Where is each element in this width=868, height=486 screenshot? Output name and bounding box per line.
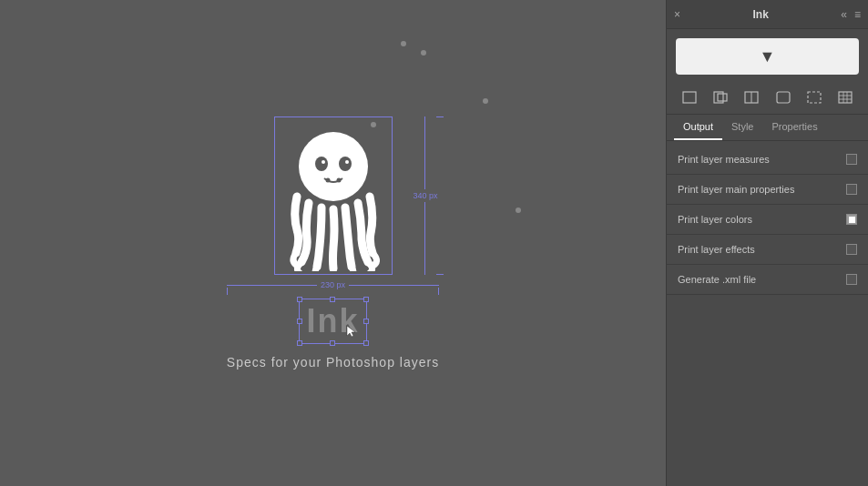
layer-dash-icon[interactable]: [803, 89, 825, 108]
collapse-icon[interactable]: «: [841, 9, 847, 20]
option-checkbox-effects[interactable]: [846, 244, 857, 255]
svg-rect-7: [683, 92, 696, 103]
layer-full-icon[interactable]: [679, 89, 700, 108]
option-row-colors: Print layer colors: [667, 205, 868, 235]
tab-output[interactable]: Output: [674, 115, 722, 140]
svg-rect-9: [718, 94, 727, 101]
handle-top-right: [363, 297, 369, 302]
tab-properties[interactable]: Properties: [763, 115, 827, 140]
svg-rect-12: [777, 92, 790, 103]
artwork-inner: 340 px: [274, 116, 393, 275]
octopus-illustration: [274, 116, 393, 271]
svg-point-4: [345, 160, 349, 164]
handle-top-left: [297, 297, 302, 302]
svg-point-0: [299, 132, 368, 201]
option-checkbox-xml[interactable]: [846, 274, 857, 285]
layer-split-icon[interactable]: [740, 89, 762, 108]
svg-point-1: [315, 157, 328, 171]
color-picker-area: ▼: [667, 29, 868, 84]
svg-point-6: [336, 178, 341, 183]
measure-tick: [436, 274, 444, 275]
color-input-box[interactable]: ▼: [676, 38, 859, 75]
decorative-dot: [483, 98, 488, 104]
handle-bottom-left: [297, 340, 302, 346]
option-row-measures: Print layer measures: [667, 145, 868, 175]
tabs-bar: Output Style Properties: [667, 115, 868, 141]
svg-point-2: [339, 157, 352, 171]
decorative-dot: [401, 41, 406, 46]
titlebar-left-icons: ×: [674, 9, 680, 20]
layer-corner-icon[interactable]: [772, 89, 794, 108]
artwork-container: 340 px 230 px: [227, 116, 439, 370]
handle-mid-left: [297, 319, 302, 324]
measure-width-label: 230 px: [317, 278, 349, 291]
icon-toolbar: [667, 84, 868, 115]
options-list: Print layer measures Print layer main pr…: [667, 141, 868, 486]
measure-tick: [436, 116, 444, 117]
option-row-main-properties: Print layer main properties: [667, 175, 868, 205]
close-icon[interactable]: ×: [674, 9, 680, 20]
handle-bottom-right: [363, 340, 369, 346]
tagline: Specs for your Photoshop layers: [227, 355, 439, 370]
svg-point-3: [322, 160, 325, 164]
panel-title: Ink: [752, 8, 768, 21]
decorative-dot: [421, 50, 426, 56]
option-checkbox-main-properties[interactable]: [846, 184, 857, 195]
option-label-effects: Print layer effects: [678, 244, 755, 255]
option-row-xml: Generate .xml file: [667, 265, 868, 295]
svg-rect-14: [839, 92, 852, 103]
titlebar-right-icons: « ≡: [841, 9, 861, 20]
panel-titlebar: × Ink « ≡: [667, 0, 868, 29]
svg-rect-13: [808, 92, 821, 103]
panel: × Ink « ≡ ▼ Outpu: [666, 0, 868, 486]
svg-point-5: [325, 178, 330, 183]
handle-mid-right: [363, 319, 369, 324]
water-drop-icon: ▼: [760, 47, 776, 66]
option-label-main-properties: Print layer main properties: [678, 184, 794, 195]
layer-grid-icon[interactable]: [834, 89, 856, 108]
ink-text-selection[interactable]: Ink: [306, 302, 359, 340]
option-checkbox-colors[interactable]: [846, 214, 857, 225]
tab-style[interactable]: Style: [722, 115, 762, 140]
decorative-dot: [516, 208, 521, 213]
option-row-effects: Print layer effects: [667, 235, 868, 265]
measure-height-label: 340 px: [411, 189, 439, 202]
menu-icon[interactable]: ≡: [854, 9, 861, 20]
measure-width: 230 px: [227, 278, 439, 291]
layer-overlap-icon[interactable]: [710, 89, 731, 108]
option-label-measures: Print layer measures: [678, 154, 770, 165]
measure-height: 340 px: [411, 116, 439, 275]
option-checkbox-measures[interactable]: [846, 154, 857, 165]
option-label-xml: Generate .xml file: [678, 274, 756, 285]
option-label-colors: Print layer colors: [678, 214, 752, 225]
cursor-icon: [345, 324, 356, 339]
handle-bottom-center: [330, 340, 335, 346]
canvas-area: 340 px 230 px: [0, 0, 666, 486]
